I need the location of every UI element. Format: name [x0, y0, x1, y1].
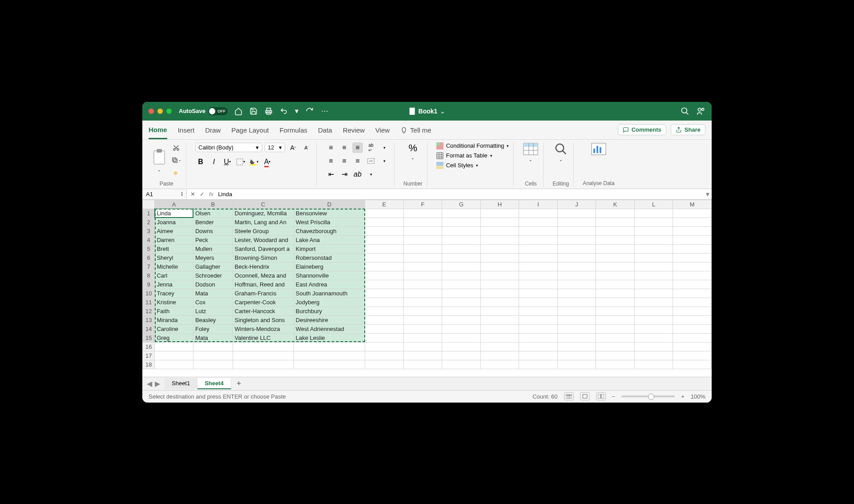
cell-I13[interactable] [519, 315, 558, 324]
cell-M8[interactable] [673, 271, 712, 280]
cell-I11[interactable] [519, 298, 558, 306]
cell-L2[interactable] [634, 218, 673, 226]
cell-D3[interactable]: Chavezborough [294, 226, 365, 235]
cell-G9[interactable] [442, 280, 481, 289]
cell-G12[interactable] [442, 306, 481, 315]
tell-me[interactable]: Tell me [400, 124, 431, 138]
minimize-window-button[interactable] [157, 109, 163, 114]
cell-K9[interactable] [596, 280, 635, 289]
merge-dropdown-icon[interactable]: ▾ [379, 156, 390, 166]
cell-M1[interactable] [673, 209, 712, 218]
cell-B15[interactable]: Mata [193, 333, 233, 342]
conditional-formatting-button[interactable]: Conditional Formatting▾ [436, 142, 509, 149]
cell-D13[interactable]: Desireeshire [294, 315, 365, 324]
cell-I6[interactable] [519, 253, 558, 262]
cell-B14[interactable]: Foley [193, 324, 233, 333]
sheet-tab-sheet1[interactable]: Sheet1 [165, 378, 197, 389]
cell-M18[interactable] [673, 360, 712, 369]
cell-I10[interactable] [519, 289, 558, 298]
print-icon[interactable] [264, 107, 273, 116]
cell-H16[interactable] [480, 342, 519, 351]
cell-C8[interactable]: Oconnell, Meza and [233, 271, 294, 280]
cell-E6[interactable] [365, 253, 404, 262]
cell-K3[interactable] [596, 226, 635, 235]
cell-A3[interactable]: Aimee [155, 226, 193, 235]
cell-A12[interactable]: Faith [155, 306, 193, 315]
cell-G15[interactable] [442, 333, 481, 342]
sheet-nav-prev-icon[interactable]: ◀ [147, 379, 152, 388]
cell-J4[interactable] [557, 235, 596, 244]
cell-F7[interactable] [403, 262, 442, 271]
cells-icon[interactable] [523, 142, 539, 156]
cell-E13[interactable] [365, 315, 404, 324]
cell-F11[interactable] [403, 298, 442, 306]
cell-F1[interactable] [403, 209, 442, 218]
cell-J6[interactable] [557, 253, 596, 262]
cell-I5[interactable] [519, 244, 558, 253]
align-bottom-icon[interactable]: ≡ [352, 142, 363, 153]
cell-A13[interactable]: Miranda [155, 315, 193, 324]
cell-L9[interactable] [634, 280, 673, 289]
cell-K16[interactable] [596, 342, 635, 351]
cell-B9[interactable]: Dodson [193, 280, 233, 289]
cell-M9[interactable] [673, 280, 712, 289]
cell-C9[interactable]: Hoffman, Reed and [233, 280, 294, 289]
format-as-table-button[interactable]: Format as Table▾ [436, 152, 509, 159]
row-header-9[interactable]: 9 [143, 280, 155, 289]
col-header-B[interactable]: B [193, 200, 233, 209]
cell-F12[interactable] [403, 306, 442, 315]
cell-B2[interactable]: Bender [193, 218, 233, 226]
cell-F18[interactable] [403, 360, 442, 369]
cell-K11[interactable] [596, 298, 635, 306]
row-header-5[interactable]: 5 [143, 244, 155, 253]
cell-H18[interactable] [480, 360, 519, 369]
cell-H12[interactable] [480, 306, 519, 315]
cell-I2[interactable] [519, 218, 558, 226]
cell-F17[interactable] [403, 351, 442, 360]
cell-K6[interactable] [596, 253, 635, 262]
cell-I7[interactable] [519, 262, 558, 271]
cell-D6[interactable]: Robersonstad [294, 253, 365, 262]
cell-A5[interactable]: Brett [155, 244, 193, 253]
find-icon[interactable] [554, 142, 568, 156]
cell-K14[interactable] [596, 324, 635, 333]
cell-G4[interactable] [442, 235, 481, 244]
cell-H15[interactable] [480, 333, 519, 342]
cell-C4[interactable]: Lester, Woodard and [233, 235, 294, 244]
cell-G3[interactable] [442, 226, 481, 235]
cell-I9[interactable] [519, 280, 558, 289]
add-sheet-button[interactable]: + [231, 379, 247, 388]
cell-D5[interactable]: Kimport [294, 244, 365, 253]
cell-G14[interactable] [442, 324, 481, 333]
cell-H3[interactable] [480, 226, 519, 235]
row-header-15[interactable]: 15 [143, 333, 155, 342]
cell-D8[interactable]: Shannonville [294, 271, 365, 280]
cell-F3[interactable] [403, 226, 442, 235]
cell-D15[interactable]: Lake Leslie [294, 333, 365, 342]
cell-C7[interactable]: Beck-Hendrix [233, 262, 294, 271]
cell-A4[interactable]: Darren [155, 235, 193, 244]
cell-I12[interactable] [519, 306, 558, 315]
row-header-4[interactable]: 4 [143, 235, 155, 244]
cell-E16[interactable] [365, 342, 404, 351]
increase-indent-icon[interactable]: ⇥ [339, 169, 350, 180]
tab-insert[interactable]: Insert [178, 124, 195, 138]
shrink-font-icon[interactable]: Aˇ [301, 142, 312, 153]
cell-H17[interactable] [480, 351, 519, 360]
cell-H9[interactable] [480, 280, 519, 289]
cut-icon[interactable] [171, 142, 181, 153]
formula-input[interactable]: Linda [218, 191, 232, 198]
cell-B7[interactable]: Gallagher [193, 262, 233, 271]
cell-L11[interactable] [634, 298, 673, 306]
select-all-corner[interactable] [143, 200, 155, 209]
cell-G10[interactable] [442, 289, 481, 298]
enter-icon[interactable]: ✓ [200, 191, 205, 198]
col-header-G[interactable]: G [442, 200, 481, 209]
cell-D1[interactable]: Bensonview [294, 209, 365, 218]
cell-F15[interactable] [403, 333, 442, 342]
cell-G17[interactable] [442, 351, 481, 360]
row-header-7[interactable]: 7 [143, 262, 155, 271]
sheet-nav-next-icon[interactable]: ▶ [155, 379, 160, 388]
cell-M10[interactable] [673, 289, 712, 298]
row-header-17[interactable]: 17 [143, 351, 155, 360]
